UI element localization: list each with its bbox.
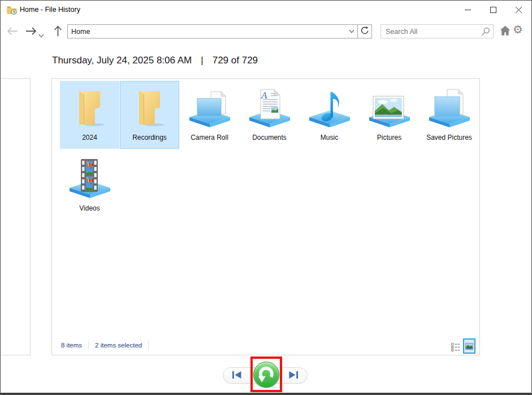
titlebar: Home - File History (1, 1, 531, 19)
home-icon[interactable] (500, 25, 511, 38)
restore-arrow-icon (255, 362, 278, 387)
refresh-button[interactable] (357, 24, 372, 38)
file-history-app-icon (7, 5, 18, 15)
back-icon[interactable] (6, 27, 18, 38)
recent-pages-chevron-icon[interactable] (38, 30, 44, 40)
videos-library-icon (66, 156, 114, 203)
file-tile-camera-roll[interactable]: Camera Roll (180, 81, 239, 149)
camera-roll-library-icon (186, 85, 233, 132)
file-label: Saved Pictures (426, 134, 472, 141)
window-title: Home - File History (20, 1, 80, 19)
content-view-button[interactable] (463, 338, 475, 354)
items-count: 8 items (61, 342, 82, 349)
up-icon[interactable] (54, 25, 62, 39)
address-input[interactable] (68, 25, 345, 38)
gear-icon[interactable]: ⚙ (513, 24, 523, 35)
folder-icon (126, 85, 174, 132)
header-separator: | (201, 55, 203, 66)
search-icon[interactable] (478, 27, 493, 36)
file-label: Documents (252, 134, 287, 141)
file-tile-videos[interactable]: Videos (60, 152, 119, 220)
close-button[interactable] (506, 1, 531, 19)
address-bar (67, 24, 358, 38)
file-tile-pictures[interactable]: Pictures (360, 81, 419, 149)
saved-pictures-library-icon (426, 85, 473, 132)
next-version-button[interactable] (288, 371, 299, 379)
details-view-button[interactable] (451, 342, 460, 352)
forward-icon[interactable] (25, 27, 37, 38)
file-history-window: Home - File History (0, 0, 532, 395)
folder-icon (66, 85, 114, 132)
music-library-icon (306, 85, 353, 132)
restore-button[interactable] (253, 362, 279, 388)
file-tile-documents[interactable]: A Documents (240, 81, 299, 149)
file-tile-music[interactable]: Music (300, 81, 359, 149)
snapshot-date: Thursday, July 24, 2025 8:06 AM (52, 55, 192, 66)
file-label: 2024 (82, 134, 97, 141)
status-separator (88, 341, 89, 350)
file-label: Camera Roll (191, 134, 228, 141)
toolbar: ⚙ (1, 19, 531, 44)
window-bottom-edge (1, 393, 531, 394)
search-input[interactable] (381, 25, 478, 38)
documents-library-icon: A (246, 85, 293, 132)
snapshot-header: Thursday, July 24, 2025 8:06 AM | 729 of… (52, 55, 258, 66)
snapshot-count: 729 of 729 (213, 55, 258, 66)
file-label: Recordings (132, 134, 167, 141)
file-tile-saved-pictures[interactable]: Saved Pictures (419, 81, 479, 149)
file-label: Videos (79, 204, 100, 212)
file-tile-recordings[interactable]: Recordings (120, 81, 179, 149)
snapshot-panel: 2024 Recordings (51, 78, 480, 355)
selected-count: 2 items selected (95, 342, 142, 349)
refresh-icon (361, 26, 369, 37)
maximize-button[interactable] (481, 1, 506, 19)
search-box (380, 24, 494, 38)
status-bar: 8 items 2 items selected (61, 341, 149, 350)
previous-snapshot-panel-edge (0, 78, 31, 355)
pictures-library-icon (366, 85, 413, 132)
minimize-button[interactable] (455, 1, 481, 19)
status-separator (148, 341, 149, 350)
address-dropdown-chevron-icon[interactable] (345, 29, 358, 33)
svg-text:A: A (261, 90, 267, 101)
file-label: Pictures (377, 134, 401, 141)
file-label: Music (321, 134, 338, 141)
previous-version-button[interactable] (232, 371, 242, 379)
file-tile-2024[interactable]: 2024 (60, 81, 119, 149)
